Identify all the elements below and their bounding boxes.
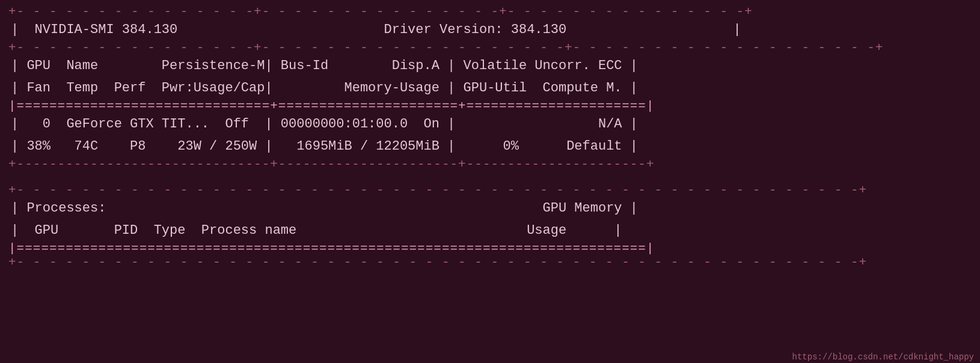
col-header-1: | GPU Name Persistence-M| Bus-Id Disp.A … — [6, 55, 974, 77]
col-header-2: | Fan Temp Perf Pwr:Usage/Cap| Memory-Us… — [6, 77, 974, 99]
header-row: | NVIDIA-SMI 384.130 Driver Version: 384… — [6, 19, 974, 41]
processes-header: | Processes: GPU Memory | — [6, 197, 974, 219]
double-sep: |===============================+=======… — [6, 99, 974, 113]
gpu-data-row-1: | 0 GeForce GTX TIT... Off | 00000000:01… — [6, 113, 974, 135]
spacer — [6, 171, 974, 183]
proc-bottom-border: +- - - - - - - - - - - - - - - - - - - -… — [6, 255, 974, 269]
processes-cols: | GPU PID Type Process name Usage | — [6, 219, 974, 242]
top-border: +- - - - - - - - - - - - - - -+- - - - -… — [6, 5, 974, 19]
driver-label: Driver Version: — [384, 22, 503, 37]
nvidia-smi-output: +- - - - - - - - - - - - - - -+- - - - -… — [6, 5, 974, 269]
url-bar: https://blog.csdn.net/cdknight_happy — [792, 352, 974, 362]
nvidia-smi-title: NVIDIA-SMI 384.130 — [35, 22, 178, 37]
driver-version: 384.130 — [511, 22, 566, 37]
processes-double-sep: |=======================================… — [6, 242, 974, 255]
sep1: +- - - - - - - - - - - - - - -+- - - - -… — [6, 41, 974, 55]
bottom-sep: +-------------------------------+-------… — [6, 157, 974, 171]
gpu-data-row-2: | 38% 74C P8 23W / 250W | 1695MiB / 1220… — [6, 135, 974, 157]
proc-top-border: +- - - - - - - - - - - - - - - - - - - -… — [6, 183, 974, 197]
